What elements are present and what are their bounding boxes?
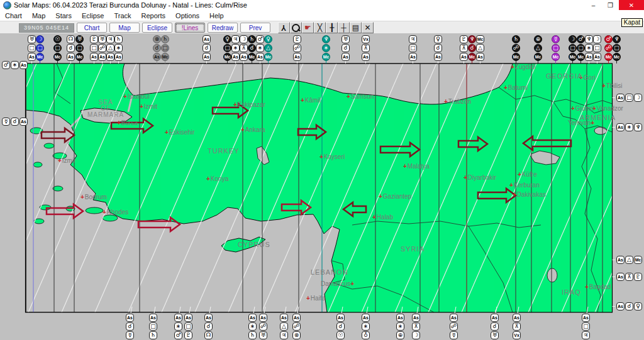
glyph-stack[interactable]: As☍♅: [259, 314, 267, 339]
glyph-stack[interactable]: ♆☌Mc: [468, 35, 476, 61]
glyph-stack[interactable]: ☊☌As: [67, 35, 75, 61]
glyph-stack[interactable]: Mc△As: [476, 35, 484, 61]
glyph-badge: ♅: [75, 35, 84, 43]
glyph-stack[interactable]: ♄∗As: [114, 35, 123, 61]
pan-hand-tool-icon[interactable]: ☛: [302, 22, 314, 33]
glyph-badge: As: [204, 314, 213, 322]
glyph-stack[interactable]: ♃∗As: [231, 35, 240, 61]
glyph-stack[interactable]: As□♄: [149, 314, 157, 339]
report-page-tool-icon[interactable]: ▤: [350, 22, 362, 33]
glyph-badge: ☍: [98, 44, 106, 52]
menu-item-reports[interactable]: Reports: [136, 11, 171, 20]
glyph-stack[interactable]: As□♇: [184, 314, 192, 339]
glyph-stack[interactable]: ♆∗Mc: [322, 35, 330, 61]
map-canvas[interactable]: [0, 63, 644, 312]
glyph-stack[interactable]: As⊼♇: [616, 273, 642, 281]
spread-tool-icon[interactable]: ✕: [362, 22, 374, 33]
glyph-badge: As: [412, 314, 420, 322]
glyph-stack[interactable]: ⊗☌As: [153, 35, 161, 61]
glyph-stack[interactable]: As☌☊: [204, 314, 213, 339]
glyph-stack[interactable]: ☉□Mc: [53, 35, 62, 61]
glyph-stack[interactable]: ♅□As: [28, 35, 36, 61]
glyph-stack[interactable]: As△Mc: [616, 256, 642, 264]
zoom-tool-icon[interactable]: [290, 22, 302, 33]
maximize-button[interactable]: ❐: [602, 0, 619, 10]
glyph-stack[interactable]: ⊕△Mc: [534, 35, 542, 61]
glyph-stack[interactable]: ♀△Mc: [264, 35, 272, 61]
glyph-stack[interactable]: ♅☌As: [341, 35, 350, 61]
glyph-stack[interactable]: As∗♁: [362, 314, 370, 339]
glyph-stack[interactable]: ☿□Mc: [552, 35, 560, 61]
glyph-stack[interactable]: ☽⊼As: [240, 35, 248, 61]
toolbar-button-lines[interactable]: !Lines: [175, 23, 205, 33]
glyph-stack[interactable]: ☽□Mc: [36, 35, 44, 61]
glyph-stack[interactable]: As☌♅: [491, 314, 499, 339]
glyph-badge: As: [203, 53, 211, 61]
glyph-badge: ♄: [248, 331, 257, 339]
glyph-stack[interactable]: As☌♀: [616, 302, 642, 310]
map-workspace[interactable]: +Istanbul+Izmit+Bursa+Eskisehir+Izmir+Bo…: [0, 33, 644, 340]
glyph-badge: □: [223, 44, 231, 52]
glyph-stack[interactable]: As∗⊕: [396, 314, 404, 339]
glyph-stack[interactable]: ♄☌Mc: [248, 35, 256, 61]
glyph-stack[interactable]: ♂☍Mc: [604, 35, 613, 61]
glyph-stack[interactable]: ♄□Mc: [161, 35, 169, 61]
divider-tool-icon[interactable]: Y: [278, 22, 290, 33]
glyph-badge: ☊: [204, 331, 213, 339]
glyph-stack[interactable]: As☌As: [203, 35, 211, 61]
glyph-stack[interactable]: As∗♂: [174, 314, 182, 339]
menu-item-chart[interactable]: Chart: [0, 11, 27, 20]
glyph-stack[interactable]: ☽□Mc: [569, 35, 577, 61]
glyph-stack[interactable]: ☿☌As: [2, 118, 28, 126]
glyph-stack[interactable]: ♃△As: [106, 35, 114, 61]
glyph-stack[interactable]: ♃□As: [409, 35, 417, 61]
glyph-stack[interactable]: ☽□As: [593, 35, 601, 61]
glyph-stack[interactable]: ♇⊼As: [460, 35, 468, 61]
astro-map[interactable]: [0, 33, 644, 340]
glyph-stack[interactable]: ♀□Mc: [223, 35, 231, 61]
minimize-button[interactable]: –: [585, 0, 602, 10]
menu-item-map[interactable]: Map: [27, 11, 50, 20]
toolbar-button-chart[interactable]: Chart: [77, 23, 107, 33]
glyph-stack[interactable]: Vx⊼As: [362, 35, 370, 61]
glyph-stack[interactable]: As□☽: [616, 94, 642, 102]
menu-item-eclipse[interactable]: Eclipse: [77, 11, 109, 20]
glyph-stack[interactable]: As⊼☽: [412, 314, 420, 339]
menu-item-options[interactable]: Options: [170, 11, 204, 20]
menu-item-track[interactable]: Track: [109, 11, 136, 20]
glyph-stack[interactable]: ♅□Mc: [75, 35, 84, 61]
glyph-stack[interactable]: As☍☿: [450, 314, 458, 339]
glyph-stack[interactable]: ♂∗As: [2, 61, 28, 69]
glyph-stack[interactable]: ♄☍Mc: [512, 35, 520, 61]
locate-point-tool-icon[interactable]: ┼: [338, 22, 350, 33]
glyph-stack[interactable]: As☌☿: [126, 314, 134, 339]
menu-item-stars[interactable]: Stars: [50, 11, 77, 20]
glyph-stack[interactable]: ♅☍As: [98, 35, 106, 61]
toolbar-button-prev[interactable]: Prev: [240, 23, 270, 33]
glyph-stack[interactable]: ♂∗As: [256, 35, 264, 61]
glyph-stack[interactable]: ♂□Mc: [577, 35, 585, 61]
glyph-stack[interactable]: As□♃: [582, 314, 590, 339]
glyph-stack[interactable]: ♆□Mc: [613, 35, 621, 61]
glyph-stack[interactable]: As△♃: [280, 314, 288, 339]
menu-item-help[interactable]: Help: [204, 11, 229, 20]
glyph-stack[interactable]: As☍⊗: [292, 314, 301, 339]
glyph-stack[interactable]: ♆∗As: [585, 35, 593, 61]
toolbar-button-map[interactable]: Map: [109, 23, 140, 33]
glyph-stack[interactable]: As∗♆: [616, 123, 642, 131]
glyph-stack[interactable]: As∗♄: [248, 314, 257, 339]
glyph-stack[interactable]: ♇□As: [90, 35, 98, 61]
glyph-badge: ♀: [264, 35, 272, 43]
toolbar-button-eclipse[interactable]: Eclipse: [142, 23, 172, 33]
close-button[interactable]: ✕: [619, 0, 644, 10]
glyph-badge: As: [341, 53, 350, 61]
glyph-stack[interactable]: ♇☍As: [293, 35, 301, 61]
glyph-stack[interactable]: As⊼Vx: [513, 314, 521, 339]
toolbar-button-redraw[interactable]: Redraw: [208, 23, 238, 33]
clamp-tool-icon[interactable]: ╂: [326, 22, 338, 33]
glyph-stack[interactable]: ♀☌As: [434, 35, 442, 61]
app-globe-icon: [3, 1, 11, 9]
cut-tool-icon[interactable]: ╳: [314, 22, 326, 33]
glyph-badge: Mc: [468, 53, 476, 61]
glyph-stack[interactable]: As☌☉: [336, 314, 345, 339]
